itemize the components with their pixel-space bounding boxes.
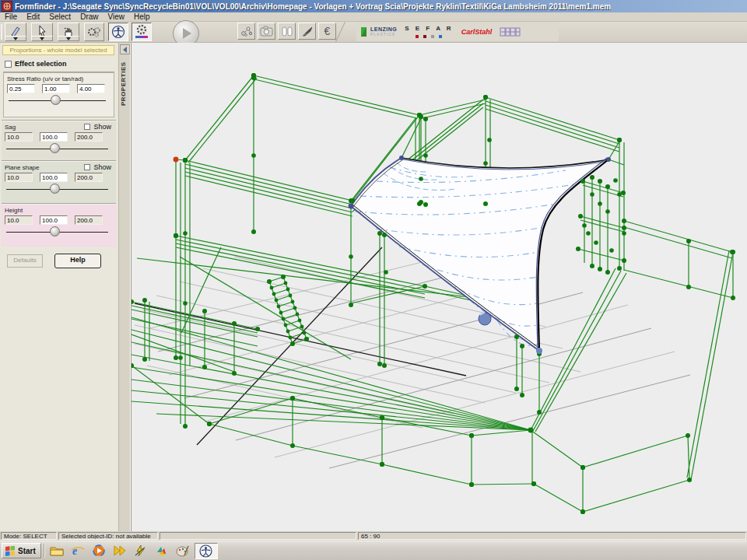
pen-icon — [301, 26, 314, 37]
cost-button[interactable]: € — [318, 23, 336, 40]
plane-shape-group: Plane shape Show — [2, 161, 116, 204]
panel-buttons: Defaults Help — [0, 251, 119, 270]
svg-text:+: + — [64, 26, 67, 30]
defaults-button[interactable]: Defaults — [7, 254, 43, 268]
viewport-canvas[interactable] — [132, 43, 747, 531]
status-object-id: Selected object-ID: not available — [58, 532, 158, 540]
vitruvian-man-icon — [111, 25, 125, 39]
help-button[interactable]: Help — [54, 254, 101, 268]
quicklaunch-shapes[interactable] — [153, 543, 171, 559]
stress-min-field[interactable] — [7, 84, 35, 93]
shapes-icon — [155, 544, 168, 557]
pan-dropdown[interactable] — [58, 36, 79, 41]
properties-tab-strip: PROPERTIES — [119, 43, 131, 531]
gears-icon — [87, 26, 101, 38]
sag-mid-field[interactable] — [40, 132, 68, 142]
green-wireframe — [132, 75, 733, 512]
settings-button[interactable] — [132, 23, 152, 41]
quicklaunch-media-player[interactable] — [89, 543, 108, 559]
palette-icon — [176, 544, 189, 557]
effect-selection-checkbox[interactable] — [5, 61, 12, 68]
height-max-field[interactable] — [75, 215, 103, 225]
app-icon — [2, 1, 12, 12]
plane-show-checkbox[interactable] — [84, 164, 90, 170]
sag-slider[interactable] — [5, 142, 113, 155]
plane-slider-thumb[interactable] — [50, 184, 60, 194]
height-group: Height — [2, 204, 116, 247]
plane-min-field[interactable] — [5, 173, 33, 182]
annotate-button[interactable] — [298, 23, 316, 40]
folder-icon — [50, 545, 64, 556]
media-player-icon — [93, 544, 105, 557]
flash-pen-icon — [134, 544, 147, 557]
desktop: { "window": { "title": "Formfinder - J:\… — [0, 0, 747, 560]
formfinder-mode-button[interactable] — [108, 23, 128, 41]
menu-select[interactable]: Select — [44, 12, 75, 22]
internet-explorer-icon: e — [71, 544, 85, 557]
quicklaunch-double-arrow[interactable] — [110, 543, 129, 559]
stress-max-field[interactable] — [77, 84, 105, 93]
menu-draw[interactable]: Draw — [75, 12, 103, 22]
main-area: Proportions - whole model selected Effec… — [0, 43, 747, 531]
stress-mid-field[interactable] — [42, 84, 70, 93]
windows-logo-icon — [5, 545, 16, 556]
height-label: Height — [5, 207, 113, 214]
menu-help[interactable]: Help — [129, 12, 155, 22]
height-min-field[interactable] — [5, 215, 33, 225]
menu-file[interactable]: File — [0, 12, 22, 22]
carlstahl-logo: CarlStahl — [461, 28, 493, 36]
snapshot-button[interactable] — [258, 23, 275, 40]
partner-logo-outline — [500, 26, 523, 37]
start-button[interactable]: Start — [2, 543, 41, 558]
quicklaunch-internet-explorer[interactable]: e — [68, 543, 87, 559]
menu-view[interactable]: View — [103, 12, 130, 22]
plane-mid-field[interactable] — [40, 173, 68, 182]
menu-edit[interactable]: Edit — [22, 12, 44, 22]
taskbar-formfinder-active[interactable] — [195, 543, 218, 559]
play-icon — [183, 28, 191, 39]
quicklaunch-palette[interactable] — [174, 543, 192, 559]
analysis-button[interactable] — [237, 23, 255, 40]
partner-logos: LENZINGPLASTICS S E F A R CarlStahl — [356, 22, 559, 41]
taskbar-separator — [44, 544, 45, 558]
double-arrow-icon — [113, 544, 127, 557]
quicklaunch-flash-pen[interactable] — [132, 543, 150, 559]
sag-max-field[interactable] — [75, 132, 103, 142]
plane-show-label: Show — [93, 163, 111, 171]
transform-button[interactable] — [84, 23, 104, 41]
status-bar: Mode: SELECT Selected object-ID: not ava… — [0, 531, 747, 541]
quicklaunch-folder[interactable] — [47, 543, 66, 559]
plane-max-field[interactable] — [75, 173, 103, 182]
effect-selection-row: Effect selection — [5, 59, 114, 68]
effect-selection-label: Effect selection — [15, 60, 67, 68]
formfinder-icon — [199, 544, 212, 558]
height-slider-thumb[interactable] — [50, 226, 60, 236]
properties-panel: Proportions - whole model selected Effec… — [0, 43, 119, 531]
plane-shape-slider[interactable] — [5, 183, 113, 195]
window-title: Formfinder - J:\Seagate Sync\SyncRecycle… — [15, 2, 611, 11]
height-mid-field[interactable] — [40, 215, 68, 225]
sag-min-field[interactable] — [5, 132, 33, 142]
ground-grid — [135, 257, 690, 468]
title-bar: Formfinder - J:\Seagate Sync\SyncRecycle… — [0, 0, 747, 12]
membrane-button[interactable] — [278, 23, 296, 40]
select-dropdown[interactable] — [31, 36, 53, 41]
menu-bar: File Edit Select Draw View Help — [0, 12, 747, 22]
sag-show-checkbox[interactable] — [84, 124, 90, 130]
stress-slider-thumb[interactable] — [51, 95, 61, 105]
height-slider[interactable] — [5, 226, 113, 238]
lenzing-logo: LENZINGPLASTICS — [361, 27, 397, 37]
sag-slider-thumb[interactable] — [50, 143, 60, 153]
taskbar: Start e — [0, 541, 747, 560]
stress-ratio-slider[interactable] — [7, 94, 110, 107]
properties-tab[interactable]: PROPERTIES — [120, 57, 130, 111]
pencil-dropdown[interactable] — [5, 36, 26, 41]
sag-group: Sag Show — [2, 121, 116, 161]
sefar-logo: S E F A R — [405, 25, 453, 38]
camera-icon — [260, 26, 273, 37]
collapse-panel-button[interactable] — [120, 44, 130, 54]
lenzing-logo-icon — [361, 27, 368, 37]
viewport[interactable] — [131, 43, 747, 531]
stress-ratio-group: Stress Ratio (u/v or tan/rad) — [3, 72, 114, 117]
molecule-icon — [240, 26, 253, 37]
